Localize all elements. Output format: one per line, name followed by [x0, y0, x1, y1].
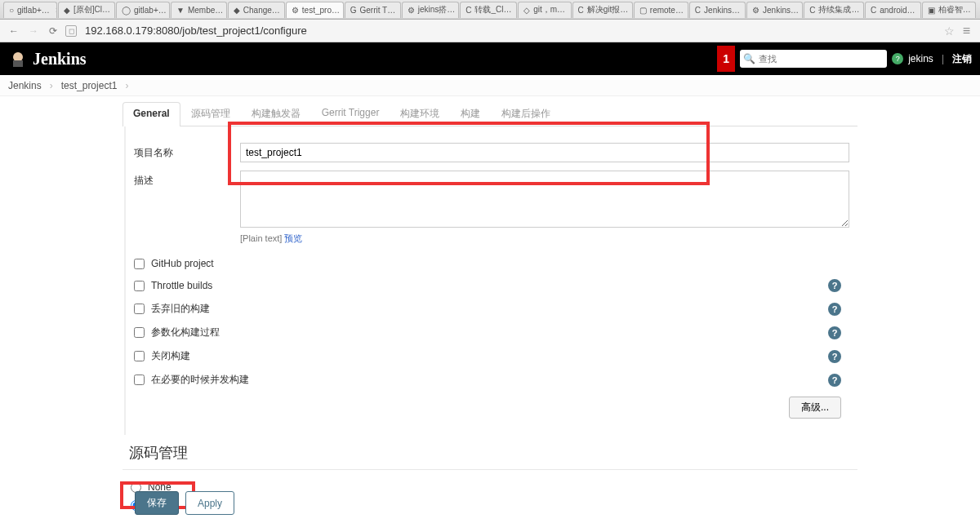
browser-tab[interactable]: ▢remote…×: [634, 2, 688, 18]
tab-favicon: C: [578, 5, 584, 15]
tab-favicon: ◇: [523, 5, 530, 15]
browser-tab[interactable]: ◆Change…×: [228, 2, 285, 18]
url-text[interactable]: 192.168.0.179:8080/job/test_project1/con…: [82, 22, 939, 39]
tab-title: test_pro…: [302, 6, 340, 15]
browser-tab[interactable]: GGerrit T…×: [345, 2, 401, 18]
tab-title: android…: [880, 6, 915, 15]
page-icon: ◻: [65, 25, 77, 37]
option-checkbox[interactable]: [134, 281, 145, 291]
search-input[interactable]: [759, 54, 884, 64]
help-icon[interactable]: ?: [828, 279, 841, 292]
help-icon[interactable]: ?: [828, 374, 841, 387]
breadcrumb-item[interactable]: test_project1: [61, 80, 118, 91]
nav-reload-icon[interactable]: ⟳: [46, 24, 60, 38]
browser-tab[interactable]: C持续集成…×: [804, 2, 864, 18]
option-checkbox[interactable]: [134, 259, 145, 269]
option-label: GitHub project: [151, 258, 849, 269]
save-button[interactable]: 保存: [135, 491, 179, 515]
browser-address-bar: ← → ⟳ ◻ 192.168.0.179:8080/job/test_proj…: [0, 20, 980, 42]
browser-tab[interactable]: C转载_Cl…×: [460, 2, 517, 18]
tab-favicon: ▣: [928, 5, 935, 15]
project-name-label: 项目名称: [134, 143, 240, 160]
tab-favicon: C: [809, 5, 815, 15]
browser-tab[interactable]: ◯gitlab+…×: [116, 2, 170, 18]
config-tab[interactable]: General: [122, 102, 180, 126]
notification-badge[interactable]: 1: [717, 46, 735, 72]
config-tab[interactable]: 源码管理: [180, 101, 241, 126]
checkbox-row: 参数化构建过程?: [134, 321, 849, 344]
browser-tab[interactable]: ○gitlab+…×: [3, 2, 57, 18]
tab-title: Jenkins…: [763, 6, 799, 15]
checkbox-row: 在必要的时候并发构建?: [134, 368, 849, 392]
tab-favicon: ⚙: [408, 5, 415, 15]
user-link[interactable]: jekins: [908, 53, 933, 64]
chevron-right-icon: ›: [125, 80, 128, 91]
tab-title: gitlab+…: [134, 6, 167, 15]
tab-favicon: ⚙: [752, 5, 760, 15]
browser-tab-strip: ○gitlab+…×◆[原创]Cl…×◯gitlab+…×▼Membe…×◆Ch…: [0, 0, 980, 20]
option-label: 关闭构建: [151, 349, 828, 363]
browser-tab[interactable]: ⚙test_pro…×: [286, 2, 344, 18]
tab-title: remote…: [650, 6, 684, 15]
help-icon[interactable]: ?: [828, 303, 841, 316]
checkbox-row: Throttle builds?: [134, 274, 849, 297]
separator: |: [942, 53, 944, 64]
breadcrumb: Jenkins › test_project1 ›: [0, 75, 980, 96]
option-checkbox[interactable]: [134, 375, 145, 385]
project-name-input[interactable]: [240, 143, 849, 162]
preview-link[interactable]: 预览: [284, 233, 302, 243]
apply-button[interactable]: Apply: [185, 491, 234, 515]
browser-tab[interactable]: ▣柏睿智…×: [922, 2, 976, 18]
jenkins-logo-text[interactable]: Jenkins: [33, 50, 87, 69]
browser-tab[interactable]: ◇git，m…×: [518, 2, 571, 18]
logout-link[interactable]: 注销: [952, 52, 972, 66]
tab-favicon: ◆: [64, 5, 70, 15]
bottom-button-bar: 保存 Apply: [127, 486, 243, 523]
tab-favicon: ▢: [639, 5, 647, 15]
advanced-button[interactable]: 高级...: [789, 397, 841, 419]
checkbox-row: 丢弃旧的构建?: [134, 297, 849, 321]
tab-title: git，m…: [533, 4, 565, 16]
browser-tab[interactable]: CJenkins…×: [689, 2, 746, 18]
search-icon: 🔍: [743, 53, 755, 64]
tab-favicon: ◯: [122, 5, 131, 15]
tab-title: 柏睿智…: [938, 4, 971, 16]
close-icon[interactable]: ×: [56, 6, 57, 15]
help-icon[interactable]: ?: [892, 53, 903, 64]
option-checkbox[interactable]: [134, 304, 145, 314]
checkbox-row: GitHub project: [134, 253, 849, 274]
tab-title: [原创]Cl…: [74, 4, 110, 16]
help-icon[interactable]: ?: [828, 326, 841, 339]
breadcrumb-item[interactable]: Jenkins: [8, 80, 42, 91]
scm-section-title: 源码管理: [122, 435, 858, 470]
tab-title: gitlab+…: [17, 6, 50, 15]
option-checkbox[interactable]: [134, 327, 145, 338]
browser-tab[interactable]: ▼Membe…×: [171, 2, 227, 18]
browser-tab[interactable]: Candroid…×: [865, 2, 921, 18]
bookmark-star-icon[interactable]: ☆: [944, 24, 955, 38]
description-textarea[interactable]: [240, 171, 849, 228]
browser-menu-icon[interactable]: ≡: [960, 24, 973, 38]
tab-title: 转载_Cl…: [474, 4, 511, 16]
help-icon[interactable]: ?: [828, 350, 841, 363]
config-tab[interactable]: 构建: [450, 101, 491, 126]
tab-title: 持续集成…: [818, 4, 859, 16]
tab-title: Membe…: [188, 6, 223, 15]
option-label: 参数化构建过程: [151, 326, 828, 339]
browser-tab[interactable]: C解决git报…×: [572, 2, 633, 18]
browser-tab[interactable]: ⚙jekins搭…×: [402, 2, 459, 18]
config-tab[interactable]: 构建环境: [390, 101, 450, 126]
config-tab[interactable]: 构建触发器: [241, 101, 311, 126]
tab-favicon: ⚙: [292, 5, 299, 15]
option-label: 丢弃旧的构建: [151, 302, 828, 316]
config-tab[interactable]: 构建后操作: [491, 101, 561, 126]
search-box: 🔍: [740, 50, 887, 68]
tab-favicon: ○: [9, 5, 14, 15]
tab-title: Jenkins…: [704, 6, 740, 15]
browser-tab[interactable]: ⚙Jenkins…×: [746, 2, 803, 18]
config-tab[interactable]: Gerrit Trigger: [311, 101, 390, 126]
nav-back-icon[interactable]: ←: [7, 24, 21, 38]
browser-tab[interactable]: ◆[原创]Cl…×: [58, 2, 115, 18]
option-checkbox[interactable]: [134, 351, 145, 361]
option-label: 在必要的时候并发构建: [151, 373, 828, 387]
